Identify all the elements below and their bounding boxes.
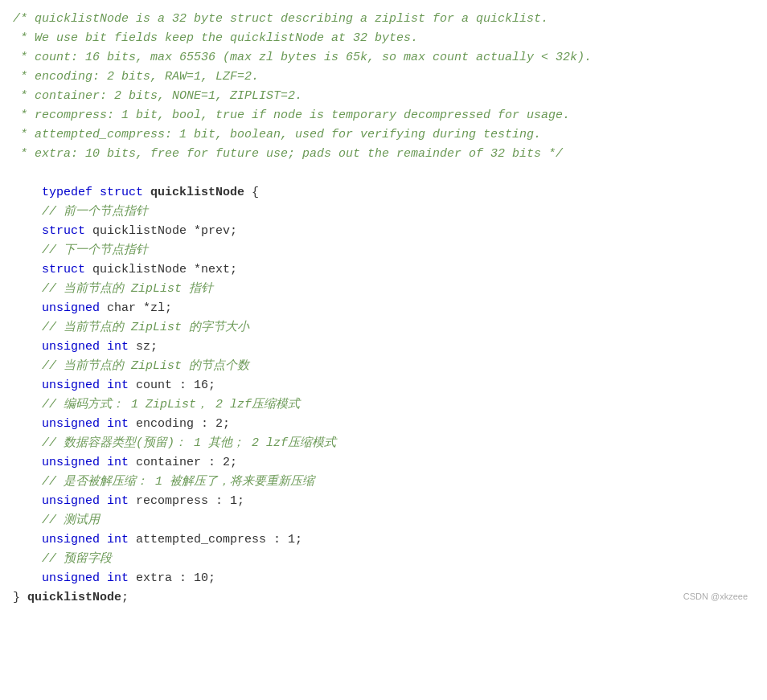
line-12: // 下一个节点指针 bbox=[13, 241, 754, 260]
line-25: unsigned int recompress : 1; bbox=[13, 492, 754, 511]
struct-close-name: quicklistNode bbox=[27, 591, 121, 604]
line-19: unsigned int count : 16; bbox=[13, 376, 754, 395]
line-29: unsigned int extra : 10; bbox=[13, 569, 754, 588]
line-23: unsigned int container : 2; bbox=[13, 453, 754, 473]
keyword-int-1: int bbox=[107, 340, 129, 354]
keyword-int-2: int bbox=[107, 379, 129, 392]
line-5: * container: 2 bits, NONE=1, ZIPLIST=2. bbox=[13, 87, 754, 106]
line-7: * attempted_compress: 1 bit, boolean, us… bbox=[13, 125, 754, 145]
line-20: // 编码方式： 1 ZipList， 2 lzf压缩模式 bbox=[13, 395, 754, 415]
line-6: * recompress: 1 bit, bool, true if node … bbox=[13, 106, 754, 125]
line-2: * We use bit fields keep the quicklistNo… bbox=[13, 29, 754, 48]
line-8: * extra: 10 bits, free for future use; p… bbox=[13, 145, 754, 164]
keyword-int-3: int bbox=[107, 417, 129, 431]
keyword-unsigned-3: unsigned bbox=[42, 379, 100, 392]
keyword-int-4: int bbox=[107, 456, 129, 469]
keyword-unsigned-6: unsigned bbox=[42, 494, 100, 508]
keyword-int-5: int bbox=[107, 494, 129, 508]
keyword-unsigned-5: unsigned bbox=[42, 456, 100, 469]
line-15: unsigned char *zl; bbox=[13, 299, 754, 318]
line-11: struct quicklistNode *prev; bbox=[13, 222, 754, 241]
keyword-struct: struct bbox=[100, 186, 143, 199]
line-26: // 测试用 bbox=[13, 511, 754, 530]
line-1: /* quicklistNode is a 32 byte struct des… bbox=[13, 10, 754, 29]
code-block: /* quicklistNode is a 32 byte struct des… bbox=[13, 10, 754, 608]
line-22: // 数据容器类型(预留)： 1 其他； 2 lzf压缩模式 bbox=[13, 434, 754, 453]
keyword-unsigned-1: unsigned bbox=[42, 301, 100, 315]
keyword-unsigned-7: unsigned bbox=[42, 533, 100, 546]
keyword-typedef: typedef bbox=[42, 186, 92, 199]
line-24: // 是否被解压缩： 1 被解压了，将来要重新压缩 bbox=[13, 473, 754, 492]
keyword-struct-3: struct bbox=[42, 263, 85, 276]
line-17: unsigned int sz; bbox=[13, 338, 754, 357]
line-21: unsigned int encoding : 2; bbox=[13, 415, 754, 434]
line-16: // 当前节点的 ZipList 的字节大小 bbox=[13, 318, 754, 338]
line-10: // 前一个节点指针 bbox=[13, 203, 754, 222]
line-4: * encoding: 2 bits, RAW=1, LZF=2. bbox=[13, 68, 754, 87]
watermark: CSDN @xkzeee bbox=[683, 590, 748, 604]
line-18: // 当前节点的 ZipList 的节点个数 bbox=[13, 357, 754, 376]
keyword-int-7: int bbox=[107, 571, 129, 585]
keyword-unsigned-8: unsigned bbox=[42, 571, 100, 585]
line-3: * count: 16 bits, max 65536 (max zl byte… bbox=[13, 48, 754, 68]
line-14: // 当前节点的 ZipList 指针 bbox=[13, 280, 754, 299]
keyword-struct-2: struct bbox=[42, 224, 85, 238]
line-13: struct quicklistNode *next; bbox=[13, 260, 754, 280]
keyword-int-6: int bbox=[107, 533, 129, 546]
line-9: typedef struct quicklistNode { bbox=[13, 164, 754, 203]
line-30: } quicklistNode; bbox=[13, 588, 754, 608]
line-28: // 预留字段 bbox=[13, 550, 754, 569]
keyword-unsigned-4: unsigned bbox=[42, 417, 100, 431]
keyword-unsigned-2: unsigned bbox=[42, 340, 100, 354]
struct-typename: quicklistNode bbox=[150, 186, 244, 199]
line-27: unsigned int attempted_compress : 1; bbox=[13, 530, 754, 550]
